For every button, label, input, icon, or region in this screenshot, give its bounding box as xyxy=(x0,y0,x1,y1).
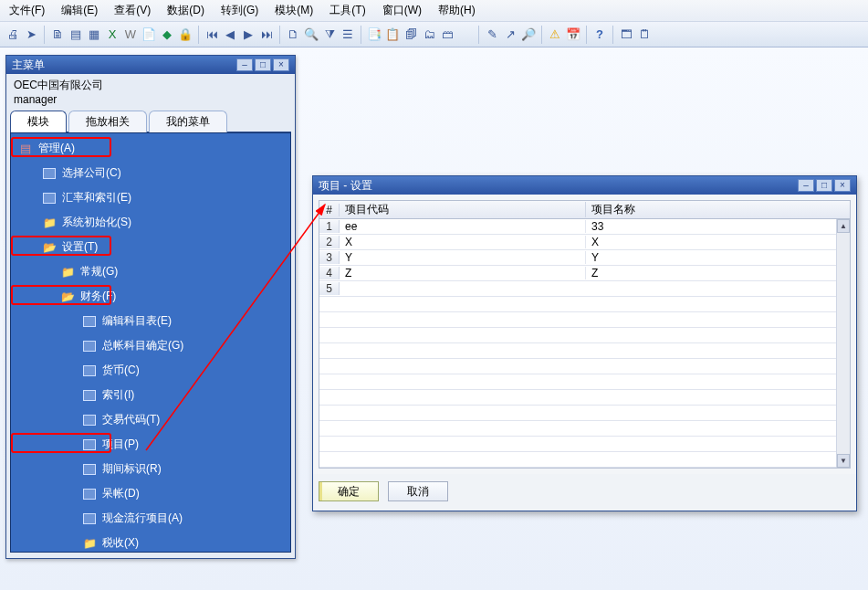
cell-code[interactable]: X xyxy=(340,236,586,248)
prev-icon[interactable]: ◀ xyxy=(223,27,237,42)
last-icon[interactable]: ⏭ xyxy=(259,27,274,42)
scroll-track[interactable] xyxy=(837,233,850,454)
chr-icon[interactable]: 📄 xyxy=(141,27,156,42)
sheet-icon[interactable]: ▦ xyxy=(87,27,101,42)
tree-node[interactable]: 选择公司(C) xyxy=(13,161,288,185)
pencil-icon[interactable]: ✎ xyxy=(485,27,499,42)
cell-name[interactable]: Y xyxy=(586,251,836,264)
close-icon[interactable]: × xyxy=(273,58,289,71)
tab-mymenu[interactable]: 我的菜单 xyxy=(149,111,227,132)
tree-node[interactable]: 财务(F) xyxy=(13,284,288,309)
tree-node[interactable]: 呆帐(D) xyxy=(13,481,288,506)
table-row[interactable]: 2XX xyxy=(319,235,836,250)
menu-数据[interactable]: 数据(D) xyxy=(163,1,208,20)
tree-node[interactable]: 总帐科目确定(G) xyxy=(13,333,288,358)
window-icon[interactable]: 🗔 xyxy=(619,27,633,42)
table-row-empty[interactable] xyxy=(319,406,836,421)
tab-modules[interactable]: 模块 xyxy=(10,111,67,132)
menu-查看[interactable]: 查看(V) xyxy=(110,1,154,20)
table-row-empty[interactable] xyxy=(319,359,836,374)
next-icon[interactable]: ▶ xyxy=(241,27,256,42)
row-number[interactable]: 3 xyxy=(319,251,340,264)
menu-文件[interactable]: 文件(F) xyxy=(5,1,48,20)
tree-node[interactable]: 汇率和索引(E) xyxy=(13,185,288,210)
table-row[interactable]: 5 xyxy=(319,281,836,297)
dup-icon[interactable]: 🗐 xyxy=(403,27,418,42)
table-row-empty[interactable] xyxy=(319,421,836,437)
tree-node[interactable]: 系统初始化(S) xyxy=(13,210,288,235)
tree-node[interactable]: 税收(X) xyxy=(13,531,288,553)
cell-code[interactable]: ee xyxy=(340,220,586,233)
warning-icon[interactable]: ⚠ xyxy=(548,27,562,42)
row-number[interactable]: 2 xyxy=(319,236,340,248)
close-icon[interactable]: × xyxy=(834,179,851,192)
table-row-empty[interactable] xyxy=(319,297,836,312)
filter-icon[interactable]: ⧩ xyxy=(322,27,337,42)
preview-icon[interactable]: ➤ xyxy=(24,27,38,42)
row-number[interactable]: 4 xyxy=(319,267,340,279)
tree-node[interactable]: 现金流行项目(A) xyxy=(13,506,288,531)
menu-模块[interactable]: 模块(M) xyxy=(271,1,317,20)
cell-name[interactable]: X xyxy=(586,236,836,248)
vertical-scrollbar[interactable]: ▲ ▼ xyxy=(836,219,850,468)
scroll-down-icon[interactable]: ▼ xyxy=(837,454,850,468)
diamond-icon[interactable]: ◆ xyxy=(160,27,174,42)
grid-rows[interactable]: 1ee332XX3YY4ZZ5 xyxy=(319,219,836,468)
cell-name[interactable]: Z xyxy=(586,267,836,279)
tree-node[interactable]: 常规(G) xyxy=(13,259,288,284)
tree-node[interactable]: 项目(P) xyxy=(13,432,288,457)
cell-code[interactable]: Z xyxy=(340,267,586,279)
tree-node[interactable]: 交易代码(T) xyxy=(13,407,288,432)
table-row[interactable]: 4ZZ xyxy=(319,266,836,281)
table-row-empty[interactable] xyxy=(319,390,836,406)
table-row-empty[interactable] xyxy=(319,343,836,359)
note-icon[interactable]: 🗒 xyxy=(637,27,652,42)
copy-icon[interactable]: 📑 xyxy=(367,27,382,42)
menu-窗口[interactable]: 窗口(W) xyxy=(379,1,425,20)
col-name[interactable]: 项目名称 xyxy=(586,202,836,217)
minimize-icon[interactable]: – xyxy=(236,58,253,71)
list-icon[interactable]: ☰ xyxy=(340,27,355,42)
nav-tree[interactable]: 管理(A)选择公司(C)汇率和索引(E)系统初始化(S)设置(T)常规(G)财务… xyxy=(10,132,291,553)
menu-转到[interactable]: 转到(G) xyxy=(217,1,262,20)
excel-icon[interactable]: X xyxy=(105,27,120,42)
table-row-empty[interactable] xyxy=(319,328,836,343)
panel-titlebar[interactable]: 主菜单 – □ × xyxy=(6,56,295,74)
lock-icon[interactable]: 🔒 xyxy=(178,27,193,42)
box-icon[interactable]: 🗃 xyxy=(440,27,455,42)
col-num[interactable]: # xyxy=(319,204,340,216)
menu-帮助[interactable]: 帮助(H) xyxy=(434,1,479,20)
table-row-empty[interactable] xyxy=(319,312,836,328)
ok-button[interactable]: 确定 xyxy=(319,481,379,501)
form-icon[interactable]: ▤ xyxy=(68,27,83,42)
tree-node[interactable]: 管理(A) xyxy=(13,136,288,161)
table-row[interactable]: 3YY xyxy=(319,250,836,266)
calendar-icon[interactable]: 📅 xyxy=(566,27,580,42)
export-icon[interactable]: ↗ xyxy=(503,27,518,42)
tree-node[interactable]: 货币(C) xyxy=(13,358,288,383)
table-row-empty[interactable] xyxy=(319,437,836,452)
table-row-empty[interactable] xyxy=(319,452,836,468)
doc-icon[interactable]: 🗎 xyxy=(50,27,65,42)
maximize-icon[interactable]: □ xyxy=(255,58,271,71)
print-icon[interactable]: 🖨 xyxy=(5,27,20,42)
paste-icon[interactable]: 📋 xyxy=(385,27,400,42)
cell-code[interactable]: Y xyxy=(340,251,586,264)
row-number[interactable]: 5 xyxy=(319,282,340,295)
menu-工具[interactable]: 工具(T) xyxy=(326,1,369,20)
menu-编辑[interactable]: 编辑(E) xyxy=(58,1,101,20)
dialog-titlebar[interactable]: 项目 - 设置 – □ × xyxy=(313,176,856,195)
col-code[interactable]: 项目代码 xyxy=(340,202,586,217)
stack-icon[interactable]: 🗂 xyxy=(422,27,436,42)
help-icon[interactable]: ? xyxy=(592,27,607,42)
cancel-button[interactable]: 取消 xyxy=(388,481,448,501)
tree-node[interactable]: 编辑科目表(E) xyxy=(13,309,288,333)
table-row[interactable]: 1ee33 xyxy=(319,219,836,235)
tree-node[interactable]: 设置(T) xyxy=(13,235,288,259)
tab-drag[interactable]: 拖放相关 xyxy=(68,111,147,132)
new-icon[interactable]: 🗋 xyxy=(286,27,300,42)
tree-node[interactable]: 期间标识(R) xyxy=(13,457,288,481)
tree-node[interactable]: 索引(I) xyxy=(13,383,288,407)
table-row-empty[interactable] xyxy=(319,374,836,390)
minimize-icon[interactable]: – xyxy=(798,179,814,192)
